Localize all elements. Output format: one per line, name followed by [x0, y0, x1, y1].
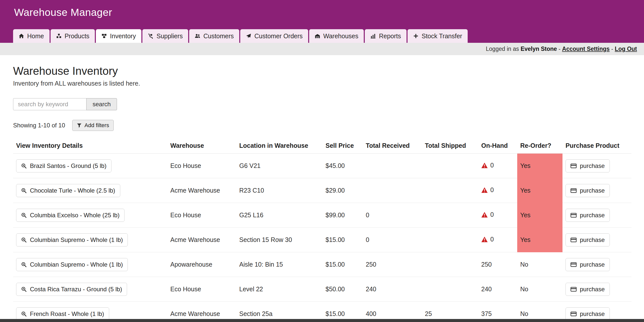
filter-funnel-icon: [77, 123, 82, 128]
purchase-button[interactable]: purchase: [566, 258, 610, 271]
col-header-warehouse: Warehouse: [167, 137, 236, 154]
tab-reports[interactable]: Reports: [365, 29, 407, 43]
cubes-icon: [56, 33, 62, 39]
account-settings-link[interactable]: Account Settings: [562, 46, 610, 52]
inventory-table-body: Brazil Santos - Ground (5 lb) Eco House …: [13, 154, 631, 322]
col-header-total-shipped: Total Shipped: [422, 137, 478, 154]
warehouse-cell: Acme Warehouse: [167, 228, 236, 252]
col-header-on-hand: On-Hand: [478, 137, 517, 154]
product-cell: Columbian Supremo - Whole (1 lb): [13, 252, 167, 277]
purchase-button[interactable]: purchase: [566, 283, 610, 296]
tab-customer-orders[interactable]: Customer Orders: [240, 29, 308, 43]
on-hand-value: 0: [490, 162, 494, 169]
separator: -: [611, 46, 613, 52]
view-inventory-details-button[interactable]: Brazil Santos - Ground (5 lb): [16, 159, 111, 172]
low-stock-warning-icon: [481, 212, 488, 218]
view-inventory-details-button[interactable]: Columbian Supremo - Whole (1 lb): [16, 233, 128, 246]
separator: -: [558, 46, 560, 52]
tab-inventory[interactable]: Inventory: [96, 29, 141, 43]
tab-home[interactable]: Home: [13, 29, 50, 43]
magnifier-zoom-icon: [21, 188, 27, 193]
tab-products[interactable]: Products: [51, 29, 95, 43]
purchase-button[interactable]: purchase: [566, 307, 610, 320]
magnifier-zoom-icon: [21, 262, 27, 267]
view-inventory-details-button[interactable]: Costa Rica Tarrazu - Ground (5 lb): [16, 283, 127, 296]
low-stock-warning-icon: [481, 162, 488, 168]
warehouse-cell: Eco House: [167, 203, 236, 228]
page-title: Warehouse Inventory: [13, 65, 634, 77]
warehouse-cell: Eco House: [167, 154, 236, 178]
reorder-cell: Yes: [517, 154, 562, 178]
plus-icon: [413, 33, 419, 39]
inventory-row: Columbia Excelso - Whole (25 lb) Eco Hou…: [13, 203, 631, 228]
page-bottom-strip: [0, 319, 644, 322]
purchase-button[interactable]: purchase: [566, 184, 610, 197]
inventory-row: Columbian Supremo - Whole (1 lb) Apoware…: [13, 252, 631, 277]
tab-warehouses-label: Warehouses: [323, 32, 358, 40]
reorder-cell: Yes: [517, 178, 562, 203]
on-hand-cell: 0: [478, 154, 517, 178]
credit-card-icon: [571, 188, 577, 193]
purchase-button[interactable]: purchase: [566, 233, 610, 246]
on-hand-value: 240: [481, 285, 492, 293]
log-out-link[interactable]: Log Out: [615, 46, 637, 52]
credit-card-icon: [571, 163, 577, 168]
warehouse-cell: Acme Warehouse: [167, 178, 236, 203]
location-cell: G6 V21: [236, 154, 323, 178]
page-subtitle: Inventory from ALL warehouses is listed …: [13, 80, 634, 87]
location-cell: Section 15 Row 30: [236, 228, 323, 252]
purchase-cell: purchase: [562, 228, 631, 252]
view-inventory-details-button[interactable]: Columbian Supremo - Whole (1 lb): [16, 258, 128, 271]
home-icon: [19, 33, 24, 39]
product-name: Columbian Supremo - Whole (1 lb): [30, 261, 123, 268]
search-input[interactable]: [13, 98, 87, 110]
logged-in-prefix: Logged in as: [486, 46, 519, 52]
product-name: Chocolate Turle - Whole (2.5 lb): [30, 187, 115, 194]
magnifier-zoom-icon: [21, 212, 27, 218]
view-inventory-details-button[interactable]: Columbia Excelso - Whole (25 lb): [16, 209, 125, 222]
purchase-button[interactable]: purchase: [566, 209, 610, 222]
sell-price-cell: $15.00: [323, 228, 363, 252]
app-title: Warehouse Manager: [0, 0, 644, 18]
on-hand-cell: 0: [478, 228, 517, 252]
add-filters-label: Add filters: [85, 122, 109, 129]
purchase-button-label: purchase: [580, 236, 605, 243]
user-bar: Logged in as Evelyn Stone - Account Sett…: [0, 43, 644, 55]
warehouse-cell: Eco House: [167, 277, 236, 302]
tab-stock-transfer[interactable]: Stock Transfer: [408, 29, 468, 43]
table-header-row: View Inventory Details Warehouse Locatio…: [13, 137, 631, 154]
list-controls: Showing 1-10 of 10 Add filters: [13, 120, 634, 131]
view-inventory-details-button[interactable]: French Roast - Whole (1 lb): [16, 307, 109, 320]
bar-chart-icon: [370, 33, 376, 39]
product-cell: Costa Rica Tarrazu - Ground (5 lb): [13, 277, 167, 302]
credit-card-icon: [571, 311, 577, 316]
total-shipped-cell: [422, 252, 478, 277]
tab-stock-transfer-label: Stock Transfer: [422, 32, 462, 40]
magnifier-zoom-icon: [21, 287, 27, 292]
tab-suppliers[interactable]: Suppliers: [142, 29, 188, 43]
tab-customers[interactable]: Customers: [189, 29, 239, 43]
purchase-cell: purchase: [562, 203, 631, 228]
add-filters-button[interactable]: Add filters: [72, 120, 114, 131]
magnifier-zoom-icon: [21, 311, 27, 317]
purchase-button[interactable]: purchase: [566, 159, 610, 172]
main-nav-tabs: Home Products Inventory Suppliers Custom…: [13, 29, 468, 43]
product-name: Costa Rica Tarrazu - Ground (5 lb): [30, 286, 122, 293]
reorder-cell: Yes: [517, 203, 562, 228]
sell-price-cell: $50.00: [323, 277, 363, 302]
low-stock-warning-icon: [481, 187, 488, 193]
on-hand-value: 0: [490, 236, 494, 243]
view-inventory-details-button[interactable]: Chocolate Turle - Whole (2.5 lb): [16, 184, 120, 197]
users-icon: [195, 33, 200, 39]
dolly-icon: [148, 33, 153, 39]
purchase-cell: purchase: [562, 154, 631, 178]
location-cell: Aisle 10: Bin 15: [236, 252, 323, 277]
search-button[interactable]: search: [86, 98, 117, 110]
warehouse-cell: Apowarehouse: [167, 252, 236, 277]
magnifier-zoom-icon: [21, 163, 27, 169]
tab-warehouses[interactable]: Warehouses: [309, 29, 364, 43]
purchase-button-label: purchase: [580, 212, 605, 219]
product-cell: Columbia Excelso - Whole (25 lb): [13, 203, 167, 228]
on-hand-value: 250: [481, 261, 492, 268]
reorder-cell: No: [517, 252, 562, 277]
